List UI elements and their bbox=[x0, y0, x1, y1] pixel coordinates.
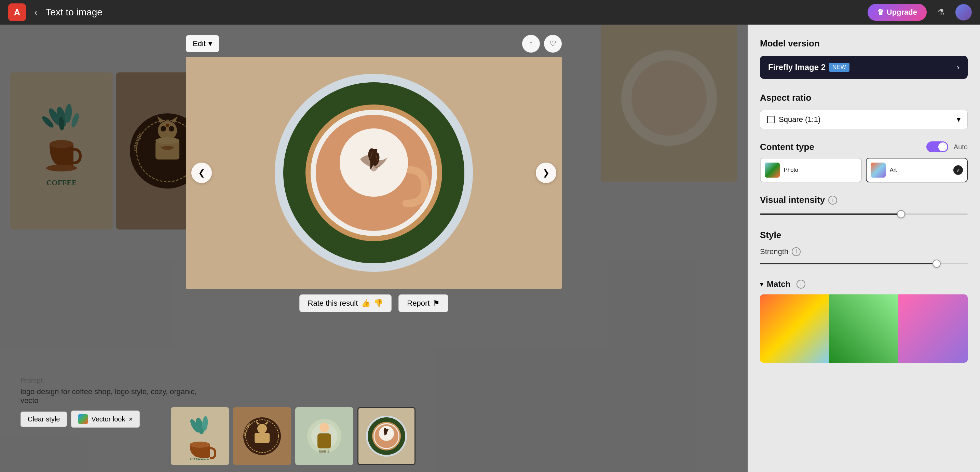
match-header[interactable]: ▾ Match i bbox=[760, 280, 968, 289]
svg-rect-61 bbox=[255, 433, 270, 443]
content-type-label: Content type bbox=[760, 142, 814, 152]
prompt-label: Prompt bbox=[21, 377, 748, 385]
remove-tag-icon[interactable]: × bbox=[129, 415, 132, 423]
thumbnail-2[interactable]: cnoope bbox=[233, 407, 291, 465]
image-modal: Edit ▾ ↑ ♡ ❮ bbox=[186, 35, 562, 312]
content-type-section: Content type Auto Photo Art ✓ bbox=[760, 141, 968, 183]
visual-intensity-label: Visual intensity bbox=[760, 195, 825, 205]
strength-info-icon[interactable]: i bbox=[792, 247, 800, 256]
rate-result-button[interactable]: Rate this result 👍 👎 bbox=[299, 294, 392, 312]
flag-icon: ⚑ bbox=[433, 299, 440, 308]
match-section: ▾ Match i bbox=[760, 280, 968, 363]
strength-slider-fill bbox=[760, 263, 937, 264]
center-area: COFFEE bbox=[0, 25, 748, 472]
next-button[interactable]: ❯ bbox=[536, 162, 556, 183]
thumbnails-row: COFFEE bbox=[171, 407, 748, 465]
strength-slider-thumb[interactable] bbox=[932, 259, 941, 268]
visual-intensity-slider[interactable] bbox=[760, 211, 968, 218]
thumbnail-1[interactable]: COFFEE bbox=[171, 407, 229, 465]
svg-point-58 bbox=[257, 424, 267, 434]
back-button[interactable]: ‹ bbox=[32, 4, 40, 21]
firefly-label: Firefly Image 2 NEW bbox=[768, 62, 850, 72]
chevron-down-icon: ▾ bbox=[760, 280, 764, 288]
prompt-text: logo design for coffee shop, logo style,… bbox=[21, 387, 212, 405]
topbar-right: ♛ Upgrade ⚗ bbox=[867, 4, 972, 21]
match-image-1 bbox=[760, 294, 829, 363]
auto-label: Auto bbox=[954, 143, 968, 151]
aspect-ratio-select[interactable]: Square (1:1) ▾ bbox=[760, 110, 968, 129]
main-image: ❮ bbox=[186, 57, 562, 289]
app-logo[interactable]: A bbox=[8, 3, 26, 21]
share-icon: ↑ bbox=[529, 39, 533, 48]
visual-intensity-section: Visual intensity i bbox=[760, 195, 968, 218]
thumbnail-3[interactable]: barista bbox=[295, 407, 353, 465]
content-type-options: Photo Art ✓ bbox=[760, 158, 968, 183]
square-icon bbox=[767, 116, 775, 123]
thumbup-icon: 👍 bbox=[361, 299, 371, 308]
match-image-2 bbox=[829, 294, 899, 363]
match-info-icon[interactable]: i bbox=[797, 280, 805, 289]
slider-fill bbox=[760, 213, 901, 215]
content-option-photo[interactable]: Photo bbox=[760, 158, 862, 183]
svg-point-66 bbox=[320, 423, 329, 432]
content-type-header: Content type Auto bbox=[760, 141, 968, 152]
lab-icon[interactable]: ⚗ bbox=[934, 5, 948, 20]
clear-style-button[interactable]: Clear style bbox=[21, 412, 67, 427]
svg-rect-67 bbox=[317, 434, 331, 448]
art-thumbnail bbox=[871, 162, 886, 178]
model-chevron-icon: › bbox=[957, 62, 959, 72]
model-name: Firefly Image 2 bbox=[768, 62, 826, 72]
thumbdown-icon: 👎 bbox=[374, 299, 383, 308]
content-option-art[interactable]: Art ✓ bbox=[866, 158, 968, 183]
match-label: Match bbox=[767, 280, 791, 289]
modal-header: Edit ▾ ↑ ♡ bbox=[186, 35, 562, 57]
page-title: Text to image bbox=[45, 7, 862, 18]
avatar[interactable] bbox=[955, 4, 972, 21]
aspect-ratio-section: Aspect ratio Square (1:1) ▾ bbox=[760, 92, 968, 129]
style-label: Style bbox=[760, 230, 968, 240]
generated-image bbox=[264, 64, 483, 282]
art-check-icon: ✓ bbox=[953, 165, 963, 175]
style-section: Style Strength i bbox=[760, 230, 968, 267]
strength-slider[interactable] bbox=[760, 260, 968, 267]
svg-point-53 bbox=[189, 442, 210, 448]
crown-icon: ♛ bbox=[877, 8, 884, 17]
left-arrow-icon: ❮ bbox=[198, 168, 205, 178]
share-button[interactable]: ↑ bbox=[522, 35, 540, 52]
topbar: A ‹ Text to image ♛ Upgrade ⚗ bbox=[0, 0, 980, 25]
visual-intensity-info-icon[interactable]: i bbox=[828, 196, 837, 205]
aspect-ratio-label: Aspect ratio bbox=[760, 92, 968, 103]
vector-look-icon bbox=[78, 414, 88, 424]
match-images-preview bbox=[760, 294, 968, 363]
edit-button[interactable]: Edit ▾ bbox=[186, 35, 219, 52]
prev-button[interactable]: ❮ bbox=[191, 162, 212, 183]
edit-chevron-icon: ▾ bbox=[208, 39, 212, 48]
match-image-3 bbox=[898, 294, 968, 363]
photo-thumbnail bbox=[765, 162, 780, 178]
right-panel: Model version Firefly Image 2 NEW › Aspe… bbox=[748, 25, 980, 472]
report-button[interactable]: Report ⚑ bbox=[398, 294, 448, 312]
strength-row: Strength i bbox=[760, 247, 968, 256]
modal-actions: ↑ ♡ bbox=[522, 35, 562, 52]
vector-look-tag[interactable]: Vector look × bbox=[71, 410, 140, 428]
model-version-card[interactable]: Firefly Image 2 NEW › bbox=[760, 56, 968, 79]
main-content: COFFEE bbox=[0, 25, 980, 472]
art-label: Art bbox=[890, 167, 897, 173]
heart-icon: ♡ bbox=[549, 39, 556, 48]
slider-thumb[interactable] bbox=[897, 210, 905, 218]
model-version-label: Model version bbox=[760, 38, 968, 49]
strength-label: Strength bbox=[760, 247, 788, 256]
svg-text:COFFEE: COFFEE bbox=[190, 457, 210, 460]
auto-toggle[interactable] bbox=[926, 141, 948, 152]
svg-text:barista: barista bbox=[319, 450, 329, 453]
thumbnail-4[interactable] bbox=[358, 407, 415, 465]
favorite-button[interactable]: ♡ bbox=[544, 35, 562, 52]
upgrade-button[interactable]: ♛ Upgrade bbox=[867, 4, 927, 21]
photo-label: Photo bbox=[784, 167, 798, 173]
aspect-chevron-icon: ▾ bbox=[957, 115, 961, 124]
right-arrow-icon: ❯ bbox=[542, 168, 549, 178]
rate-bar: Rate this result 👍 👎 Report ⚑ bbox=[186, 289, 562, 312]
toggle-knob bbox=[938, 142, 947, 151]
new-badge: NEW bbox=[829, 63, 850, 72]
